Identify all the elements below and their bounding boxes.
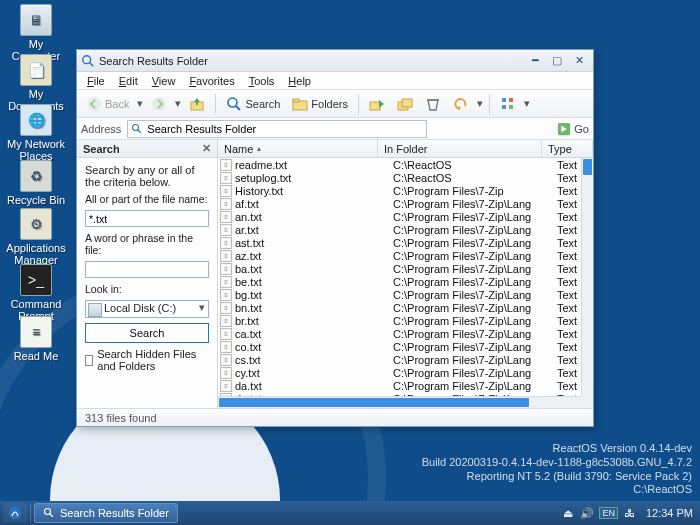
titlebar[interactable]: Search Results Folder ━ ▢ ✕ — [77, 50, 593, 72]
list-item[interactable]: ≡readme.txtC:\ReactOSText Docum — [218, 158, 581, 171]
list-item[interactable]: ≡cy.txtC:\Program Files\7-Zip\LangText D… — [218, 366, 581, 379]
list-item[interactable]: ≡af.txtC:\Program Files\7-Zip\LangText D… — [218, 197, 581, 210]
move-to-button[interactable] — [364, 93, 390, 115]
file-name: bg.txt — [235, 289, 393, 301]
search-button[interactable]: Search — [221, 93, 285, 115]
file-icon: ≡ — [220, 302, 232, 314]
file-folder: C:\Program Files\7-Zip\Lang — [393, 302, 557, 314]
svg-point-0 — [83, 55, 91, 63]
list-item[interactable]: ≡ca.txtC:\Program Files\7-Zip\LangText D… — [218, 327, 581, 340]
back-button[interactable]: Back — [81, 93, 134, 115]
vscroll-thumb[interactable] — [583, 159, 592, 175]
copy-to-button[interactable] — [392, 93, 418, 115]
col-type[interactable]: Type — [542, 140, 593, 157]
file-type: Text Docum — [557, 198, 581, 210]
svg-rect-13 — [502, 98, 506, 102]
list-item[interactable]: ≡ast.txtC:\Program Files\7-Zip\LangText … — [218, 236, 581, 249]
file-name: br.txt — [235, 315, 393, 327]
delete-button[interactable] — [420, 93, 446, 115]
up-button[interactable] — [184, 93, 210, 115]
views-button[interactable] — [495, 93, 521, 115]
clock[interactable]: 12:34 PM — [642, 507, 697, 519]
list-item[interactable]: ≡da.txtC:\Program Files\7-Zip\LangText D… — [218, 379, 581, 392]
desktop-icon[interactable]: ⚙Applications Manager — [6, 208, 66, 266]
menu-tools[interactable]: Tools — [243, 74, 281, 88]
desktop-icon-glyph: ≡ — [20, 316, 52, 348]
folders-button[interactable]: Folders — [287, 93, 353, 115]
search-submit-button[interactable]: Search — [85, 323, 209, 343]
file-folder: C:\Program Files\7-Zip\Lang — [393, 341, 557, 353]
filename-input[interactable] — [85, 210, 209, 227]
filename-label: All or part of the file name: — [85, 193, 209, 205]
vertical-scrollbar[interactable] — [581, 158, 593, 396]
lookin-select[interactable]: Local Disk (C:)▾ — [85, 300, 209, 318]
list-item[interactable]: ≡an.txtC:\Program Files\7-Zip\LangText D… — [218, 210, 581, 223]
desktop-icon-label: Read Me — [6, 350, 66, 362]
forward-dropdown-icon[interactable]: ▾ — [174, 97, 182, 110]
address-label: Address — [81, 123, 121, 135]
hscroll-thumb[interactable] — [219, 398, 529, 407]
list-item[interactable]: ≡History.txtC:\Program Files\7-ZipText D… — [218, 184, 581, 197]
taskbar-task-label: Search Results Folder — [60, 507, 169, 519]
list-item[interactable]: ≡br.txtC:\Program Files\7-Zip\LangText D… — [218, 314, 581, 327]
menu-favorites[interactable]: Favorites — [183, 74, 240, 88]
maximize-button[interactable]: ▢ — [547, 53, 567, 69]
checkbox-box — [85, 355, 93, 366]
col-name[interactable]: Name▴ — [218, 140, 378, 157]
file-folder: C:\Program Files\7-Zip\Lang — [393, 289, 557, 301]
panel-close-icon[interactable]: ✕ — [202, 142, 211, 155]
desktop-icon-glyph: 🌐 — [20, 104, 52, 136]
phrase-label: A word or phrase in the file: — [85, 232, 209, 256]
list-item[interactable]: ≡cs.txtC:\Program Files\7-Zip\LangText D… — [218, 353, 581, 366]
list-item[interactable]: ≡az.txtC:\Program Files\7-Zip\LangText D… — [218, 249, 581, 262]
svg-line-6 — [236, 106, 240, 110]
file-type: Text Docum — [557, 159, 581, 171]
file-icon: ≡ — [220, 237, 232, 249]
col-folder[interactable]: In Folder — [378, 140, 542, 157]
svg-rect-15 — [509, 98, 513, 102]
hidden-files-checkbox[interactable]: Search Hidden Files and Folders — [85, 348, 209, 372]
list-item[interactable]: ≡bg.txtC:\Program Files\7-Zip\LangText D… — [218, 288, 581, 301]
views-dropdown-icon[interactable]: ▾ — [523, 97, 531, 110]
go-label: Go — [574, 123, 589, 135]
usb-icon[interactable]: ⏏ — [561, 506, 575, 520]
file-icon: ≡ — [220, 341, 232, 353]
menu-edit[interactable]: Edit — [113, 74, 144, 88]
go-button[interactable]: Go — [557, 122, 589, 136]
horizontal-scrollbar[interactable] — [218, 396, 581, 408]
taskbar-task[interactable]: Search Results Folder — [34, 503, 178, 523]
back-dropdown-icon[interactable]: ▾ — [136, 97, 144, 110]
minimize-button[interactable]: ━ — [525, 53, 545, 69]
network-icon[interactable]: 🖧 — [623, 506, 637, 520]
desktop-icon[interactable]: 🌐My Network Places — [6, 104, 66, 162]
start-button[interactable] — [3, 503, 27, 523]
list-item[interactable]: ≡ba.txtC:\Program Files\7-Zip\LangText D… — [218, 262, 581, 275]
svg-point-3 — [152, 97, 166, 111]
forward-button[interactable] — [146, 93, 172, 115]
desktop-icon[interactable]: ≡Read Me — [6, 316, 66, 362]
desktop-icon-glyph: 📄 — [20, 54, 52, 86]
list-item[interactable]: ≡be.txtC:\Program Files\7-Zip\LangText D… — [218, 275, 581, 288]
search-panel: Search ✕ Search by any or all of the cri… — [77, 140, 218, 408]
close-button[interactable]: ✕ — [569, 53, 589, 69]
menu-file[interactable]: File — [81, 74, 111, 88]
menu-view[interactable]: View — [146, 74, 182, 88]
list-item[interactable]: ≡setuplog.txtC:\ReactOSText Docum — [218, 171, 581, 184]
file-type: Text Docum — [557, 211, 581, 223]
desktop-icon[interactable]: >_Command Prompt — [6, 264, 66, 322]
desktop-icon-glyph: >_ — [20, 264, 52, 296]
list-item[interactable]: ≡ar.txtC:\Program Files\7-Zip\LangText D… — [218, 223, 581, 236]
list-item[interactable]: ≡co.txtC:\Program Files\7-Zip\LangText D… — [218, 340, 581, 353]
address-box[interactable]: Search Results Folder — [127, 120, 427, 138]
list-item[interactable]: ≡bn.txtC:\Program Files\7-Zip\LangText D… — [218, 301, 581, 314]
window-title: Search Results Folder — [99, 55, 523, 67]
volume-icon[interactable]: 🔊 — [580, 506, 594, 520]
file-type: Text Docum — [557, 276, 581, 288]
file-type: Text Docum — [557, 250, 581, 262]
language-indicator[interactable]: EN — [599, 507, 618, 519]
phrase-input[interactable] — [85, 261, 209, 278]
undo-dropdown-icon[interactable]: ▾ — [476, 97, 484, 110]
menu-help[interactable]: Help — [282, 74, 317, 88]
undo-button[interactable] — [448, 93, 474, 115]
desktop-icon[interactable]: ♻Recycle Bin — [6, 160, 66, 206]
